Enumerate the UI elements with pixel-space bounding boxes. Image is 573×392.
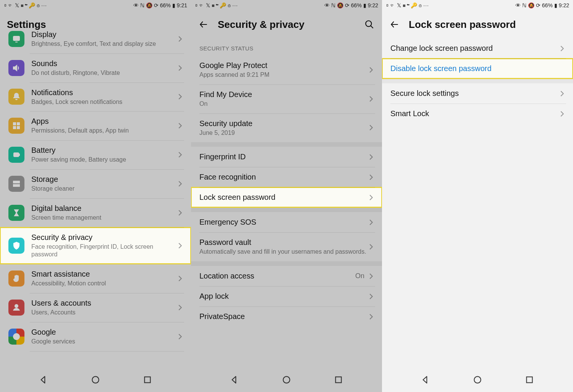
chevron-right-icon [367, 123, 375, 132]
row-subtitle: Do not disturb, Ringtone, Vibrate [31, 69, 176, 77]
nav-bar [0, 369, 191, 392]
settings-row-sounds[interactable]: SoundsDo not disturb, Ringtone, Vibrate [0, 53, 191, 83]
row-label: Security & privacy [31, 233, 176, 242]
row-label: Fingerprint ID [199, 152, 367, 162]
row-label: Location access [199, 271, 355, 281]
row-subtitle: Apps scanned at 9:21 PM [199, 71, 367, 79]
nav-home-icon[interactable] [282, 375, 291, 386]
settings-row-display[interactable]: DisplayBrightness, Eye comfort, Text and… [0, 24, 191, 53]
row-label: Emergency SOS [199, 217, 367, 227]
person-icon [8, 300, 24, 316]
status-more-icon: ··· [41, 2, 47, 8]
row-label: Notifications [31, 88, 176, 97]
status-more-icon: ··· [232, 2, 238, 8]
status-battery-pct: 66% [160, 2, 171, 8]
svg-point-11 [92, 376, 99, 383]
svg-rect-12 [144, 377, 150, 382]
security-row-find-my-device[interactable]: Find My DeviceOn [191, 84, 382, 113]
chevron-right-icon [367, 66, 375, 74]
row-subtitle: Google services [31, 338, 176, 346]
chevron-right-icon [176, 209, 184, 217]
svg-point-16 [474, 376, 481, 383]
row-subtitle: Users, Accounts [31, 309, 176, 317]
status-left-icons: ▯ ᯤ 𝕏 ▦ ☁ 🔑 ⌾ [195, 2, 231, 8]
nav-recents-icon[interactable] [524, 375, 534, 386]
svg-rect-7 [13, 181, 19, 183]
nav-home-icon[interactable] [91, 375, 100, 386]
chevron-right-icon [367, 292, 375, 301]
row-subtitle: Badges, Lock screen notifications [31, 98, 176, 106]
settings-row-digital-balance[interactable]: Digital balanceScreen time management [0, 198, 191, 227]
row-label: Secure lock settings [390, 89, 558, 98]
row-subtitle: Automatically save and fill in your user… [199, 248, 367, 256]
nav-back-icon[interactable] [230, 375, 240, 386]
settings-row-security-privacy[interactable]: Security & privacyFace recognition, Fing… [0, 227, 191, 264]
lockscreen-row-disable-lock-screen-password[interactable]: Disable lock screen password [382, 58, 573, 79]
settings-row-system[interactable]: System [0, 351, 191, 355]
google-icon [8, 329, 24, 345]
security-row-privatespace[interactable]: PrivateSpace [191, 306, 382, 327]
row-subtitle: June 5, 2019 [199, 129, 367, 137]
security-row-face-recognition[interactable]: Face recognition [191, 167, 382, 187]
settings-row-battery[interactable]: BatteryPower saving mode, Battery usage [0, 140, 191, 169]
chevron-right-icon [367, 173, 375, 181]
settings-row-apps[interactable]: AppsPermissions, Default apps, App twin [0, 111, 191, 140]
page-title: Lock screen password [409, 19, 566, 31]
security-row-security-update[interactable]: Security updateJune 5, 2019 [191, 113, 382, 143]
svg-rect-6 [19, 154, 19, 156]
lockscreen-row-smart-lock[interactable]: Smart Lock [382, 104, 573, 124]
security-row-location-access[interactable]: Location accessOn [191, 266, 382, 286]
screen-lock-screen-password: ▯ ᯤ 𝕏 ▦ ☁ 🔑 ⌾ ··· 👁 ℕ 🔕 ⟳ 66% ▮ 9:22 Loc… [382, 0, 573, 392]
search-icon[interactable] [364, 19, 375, 30]
nav-back-icon[interactable] [421, 375, 431, 386]
security-row-google-play-protect[interactable]: Google Play ProtectApps scanned at 9:21 … [191, 55, 382, 84]
row-label: PrivateSpace [199, 312, 367, 321]
row-subtitle: Brightness, Eye comfort, Text and displa… [31, 40, 176, 48]
row-label: Battery [31, 146, 176, 155]
section-label: SECURITY STATUS [191, 38, 382, 55]
chevron-right-icon [367, 95, 375, 103]
chevron-right-icon [176, 332, 184, 341]
chevron-right-icon [367, 153, 375, 161]
nav-home-icon[interactable] [473, 375, 482, 386]
security-row-fingerprint-id[interactable]: Fingerprint ID [191, 147, 382, 167]
row-subtitle: Permissions, Default apps, App twin [31, 127, 176, 135]
settings-row-notifications[interactable]: NotificationsBadges, Lock screen notific… [0, 83, 191, 112]
status-left-icons: ▯ ᯤ 𝕏 ▦ ☁ 🔑 ⌾ [386, 2, 422, 8]
back-icon[interactable] [198, 19, 209, 30]
row-label: Lock screen password [199, 193, 367, 202]
row-label: Smart Lock [390, 109, 558, 118]
chevron-right-icon [558, 110, 566, 118]
settings-row-users-accounts[interactable]: Users & accountsUsers, Accounts [0, 293, 191, 322]
row-subtitle: Power saving mode, Battery usage [31, 156, 176, 164]
battery-icon [8, 147, 24, 163]
security-row-password-vault[interactable]: Password vaultAutomatically save and fil… [191, 232, 382, 261]
nav-back-icon[interactable] [39, 375, 49, 386]
lockscreen-row-change-lock-screen-password[interactable]: Change lock screen password [382, 38, 573, 58]
status-bar: ▯ ᯤ 𝕏 ▦ ☁ 🔑 ⌾ ··· 👁 ℕ 🔕 ⟳ 66% ▮ 9:22 [382, 0, 573, 11]
settings-row-storage[interactable]: StorageStorage cleaner [0, 169, 191, 198]
svg-rect-5 [14, 153, 19, 157]
back-icon[interactable] [389, 19, 400, 30]
nav-recents-icon[interactable] [333, 375, 343, 386]
svg-rect-0 [13, 36, 19, 40]
settings-row-google[interactable]: GoogleGoogle services [0, 322, 191, 351]
security-row-app-lock[interactable]: App lock [191, 286, 382, 306]
row-subtitle: Screen time management [31, 214, 176, 222]
svg-rect-17 [526, 377, 532, 382]
page-title: Security & privacy [218, 19, 355, 31]
svg-rect-3 [13, 126, 16, 129]
settings-row-smart-assistance[interactable]: Smart assistanceAccessibility, Motion co… [0, 264, 191, 293]
status-right-icons: 👁 ℕ 🔕 ⟳ [324, 2, 350, 8]
status-right-icons: 👁 ℕ 🔕 ⟳ [133, 2, 159, 8]
nav-recents-icon[interactable] [142, 375, 152, 386]
row-label: Apps [31, 117, 176, 126]
chevron-right-icon [367, 193, 375, 202]
nav-bar [191, 369, 382, 392]
lockscreen-row-secure-lock-settings[interactable]: Secure lock settings [382, 83, 573, 104]
security-row-emergency-sos[interactable]: Emergency SOS [191, 212, 382, 232]
status-right-icons: 👁 ℕ 🔕 ⟳ [515, 2, 541, 8]
battery-icon: ▮ [554, 2, 557, 8]
battery-icon: ▮ [363, 2, 366, 8]
security-row-lock-screen-password[interactable]: Lock screen password [191, 187, 382, 207]
